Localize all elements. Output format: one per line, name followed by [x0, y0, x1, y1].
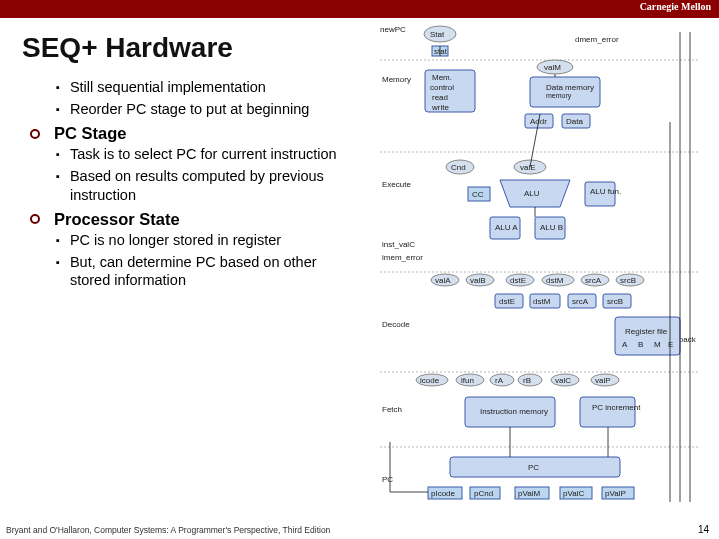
svg-text:dstM: dstM	[546, 276, 564, 285]
svg-text:Data: Data	[566, 117, 583, 126]
svg-text:pCnd: pCnd	[474, 489, 493, 498]
svg-text:read: read	[432, 93, 448, 102]
svg-text:valA: valA	[435, 276, 451, 285]
svg-text:valB: valB	[470, 276, 486, 285]
svg-text:dstE: dstE	[510, 276, 526, 285]
svg-text:PC: PC	[382, 475, 393, 484]
svg-text:pValM: pValM	[518, 489, 540, 498]
svg-text:srcA: srcA	[585, 276, 602, 285]
svg-text:newPC: newPC	[380, 25, 406, 34]
svg-text:ALU A: ALU A	[495, 223, 518, 232]
svg-text:write: write	[431, 103, 449, 112]
svg-text:valC: valC	[555, 376, 571, 385]
svg-text:M: M	[654, 340, 661, 349]
list-item: Still sequential implementation	[56, 78, 356, 96]
title-bar: Carnegie Mellon	[0, 0, 719, 18]
svg-text:inst_valC: inst_valC	[382, 240, 415, 249]
svg-text:CC: CC	[472, 190, 484, 199]
intro-list: Still sequential implementation Reorder …	[56, 78, 356, 118]
svg-text:srcB: srcB	[620, 276, 636, 285]
svg-text:Cnd: Cnd	[451, 163, 466, 172]
section-heading: PC Stage	[30, 124, 356, 143]
svg-text:Mem.: Mem.	[432, 73, 452, 82]
svg-text:pValP: pValP	[605, 489, 626, 498]
section-list: Task is to select PC for current instruc…	[56, 145, 356, 203]
svg-text:valE: valE	[520, 163, 536, 172]
svg-text:icode: icode	[420, 376, 440, 385]
svg-text:memory: memory	[546, 92, 572, 100]
footer-citation: Bryant and O'Hallaron, Computer Systems:…	[6, 525, 330, 535]
svg-text:control: control	[430, 83, 454, 92]
bullet-circle-icon	[30, 214, 40, 224]
svg-text:imem_error: imem_error	[382, 253, 423, 262]
hardware-diagram: Memory Execute Decode Write back Fetch P…	[380, 22, 715, 512]
text-content: Still sequential implementation Reorder …	[56, 78, 356, 289]
page-number: 14	[698, 524, 709, 535]
svg-text:dstE: dstE	[499, 297, 515, 306]
svg-text:ALU B: ALU B	[540, 223, 563, 232]
svg-text:PC increment: PC increment	[592, 403, 641, 412]
svg-text:Register file: Register file	[625, 327, 668, 336]
svg-text:pIcode: pIcode	[431, 489, 456, 498]
list-item: But, can determine PC based on other sto…	[56, 253, 356, 289]
svg-text:Stat: Stat	[430, 30, 445, 39]
svg-text:ifun: ifun	[461, 376, 474, 385]
svg-text:E: E	[668, 340, 673, 349]
svg-text:pValC: pValC	[563, 489, 584, 498]
svg-text:valM: valM	[544, 63, 561, 72]
svg-text:rB: rB	[523, 376, 531, 385]
svg-text:Instruction memory: Instruction memory	[480, 407, 548, 416]
svg-text:srcB: srcB	[607, 297, 623, 306]
section-list: PC is no longer stored in register But, …	[56, 231, 356, 289]
svg-text:Execute: Execute	[382, 180, 411, 189]
svg-text:dstM: dstM	[533, 297, 551, 306]
svg-text:PC: PC	[528, 463, 539, 472]
svg-text:Data memory: Data memory	[546, 83, 594, 92]
svg-text:B: B	[638, 340, 643, 349]
svg-text:Decode: Decode	[382, 320, 410, 329]
svg-text:rA: rA	[495, 376, 504, 385]
svg-text:ALU: ALU	[524, 189, 540, 198]
svg-text:Memory: Memory	[382, 75, 411, 84]
svg-text:A: A	[622, 340, 628, 349]
svg-text:valP: valP	[595, 376, 611, 385]
org-label: Carnegie Mellon	[640, 1, 711, 12]
bullet-circle-icon	[30, 129, 40, 139]
list-item: Reorder PC stage to put at beginning	[56, 100, 356, 118]
section-heading: Processor State	[30, 210, 356, 229]
svg-text:Fetch: Fetch	[382, 405, 402, 414]
list-item: PC is no longer stored in register	[56, 231, 356, 249]
svg-text:dmem_error: dmem_error	[575, 35, 619, 44]
list-item: Task is to select PC for current instruc…	[56, 145, 356, 163]
list-item: Based on results computed by previous in…	[56, 167, 356, 203]
svg-text:ALU fun.: ALU fun.	[590, 187, 621, 196]
svg-text:stat: stat	[434, 47, 448, 56]
svg-rect-87	[580, 397, 635, 427]
svg-text:srcA: srcA	[572, 297, 589, 306]
